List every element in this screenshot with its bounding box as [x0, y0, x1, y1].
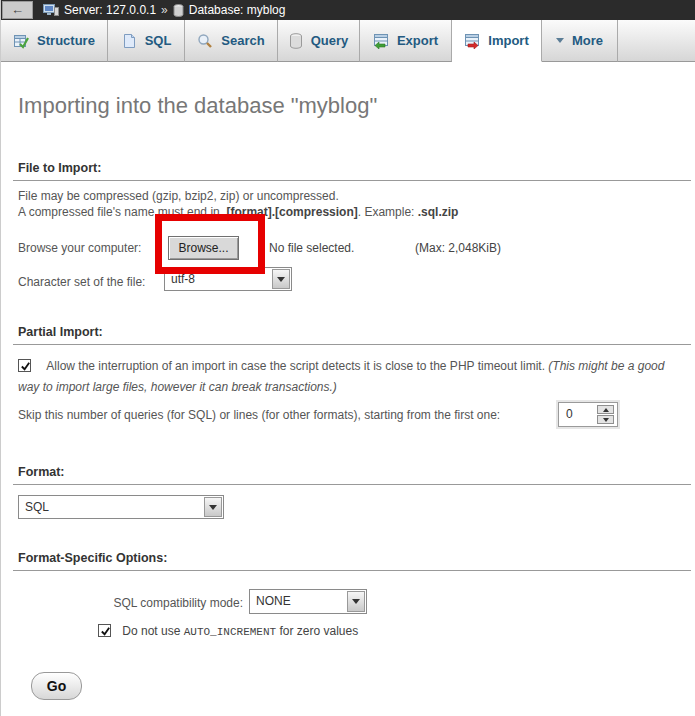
structure-icon — [13, 33, 29, 49]
max-size-text: (Max: 2,048KiB) — [415, 241, 501, 255]
section-heading-partial-import: Partial Import: — [13, 325, 691, 345]
tab-export[interactable]: Export — [360, 20, 452, 62]
import-icon — [464, 33, 480, 49]
skip-queries-input[interactable]: 0 — [558, 402, 618, 427]
tab-label: Export — [397, 33, 438, 48]
back-button[interactable]: ← — [2, 1, 33, 19]
query-icon — [289, 33, 303, 49]
tab-label: Import — [488, 33, 528, 48]
tab-query[interactable]: Query — [278, 20, 360, 62]
breadcrumb-database[interactable]: Database: myblog — [189, 3, 286, 17]
interrupt-label: Allow the interruption of an import in c… — [46, 359, 545, 373]
tab-label: Search — [221, 33, 264, 48]
sql-compat-select[interactable]: NONE — [249, 589, 367, 614]
tab-search[interactable]: Search — [185, 20, 278, 62]
charset-selected-value: utf-8 — [171, 272, 195, 286]
go-button[interactable]: Go — [31, 672, 82, 700]
spinner-up-button[interactable] — [597, 405, 614, 414]
section-heading-format: Format: — [13, 465, 691, 485]
autoinc-label-prefix: Do not use — [122, 624, 183, 638]
chevron-down-icon — [556, 38, 564, 43]
compression-info-text: File may be compressed (gzip, bzip2, zip… — [18, 189, 339, 203]
section-heading-format-options: Format-Specific Options: — [13, 551, 691, 571]
autoinc-label-suffix: for zero values — [276, 624, 358, 638]
breadcrumb-server[interactable]: Server: 127.0.0.1 — [64, 3, 156, 17]
import-page: ← Server: 127.0.0.1 » Database: myblog — [0, 0, 695, 716]
search-icon — [197, 33, 213, 49]
autoinc-checkbox[interactable] — [98, 624, 111, 637]
page-title: Importing into the database "myblog" — [18, 93, 377, 119]
tab-label: SQL — [145, 33, 172, 48]
tab-label: More — [572, 33, 603, 48]
format-select[interactable]: SQL — [18, 495, 224, 519]
skip-queries-label: Skip this number of queries (for SQL) or… — [18, 408, 500, 422]
breadcrumb-bar: ← Server: 127.0.0.1 » Database: myblog — [1, 0, 695, 20]
tab-structure[interactable]: Structure — [1, 20, 108, 62]
tab-import[interactable]: Import — [452, 20, 542, 62]
skip-queries-value: 0 — [566, 407, 573, 421]
charset-label: Character set of the file: — [18, 275, 145, 289]
select-arrow-icon[interactable] — [204, 497, 222, 517]
tab-strip: Structure SQL Search Query — [1, 20, 695, 62]
section-heading-file-to-import: File to Import: — [13, 161, 691, 181]
server-icon — [43, 3, 59, 17]
format-selected-value: SQL — [25, 500, 49, 514]
autoinc-option-row: Do not use AUTO_INCREMENT for zero value… — [98, 624, 358, 638]
select-arrow-icon[interactable] — [272, 269, 290, 289]
tab-sql[interactable]: SQL — [108, 20, 185, 62]
interrupt-checkbox[interactable] — [18, 359, 31, 372]
export-icon — [373, 33, 389, 49]
breadcrumb: Server: 127.0.0.1 » Database: myblog — [43, 3, 285, 17]
spinner-down-button[interactable] — [597, 415, 614, 424]
charset-select[interactable]: utf-8 — [164, 267, 292, 291]
sql-compat-selected-value: NONE — [256, 594, 291, 608]
browse-label: Browse your computer: — [18, 241, 141, 255]
sql-compat-label: SQL compatibility mode: — [98, 596, 243, 610]
tab-label: Query — [311, 33, 349, 48]
interrupt-option-row: Allow the interruption of an import in c… — [18, 356, 680, 398]
tab-label: Structure — [37, 33, 95, 48]
breadcrumb-separator: » — [161, 3, 168, 17]
no-file-selected-text: No file selected. — [269, 241, 354, 255]
tab-more[interactable]: More — [542, 20, 618, 62]
filename-rule-text: A compressed file's name must end in .[f… — [18, 205, 458, 219]
database-icon — [173, 4, 184, 17]
tab-strip-filler — [618, 20, 695, 62]
select-arrow-icon[interactable] — [347, 591, 365, 612]
autoinc-code: AUTO_INCREMENT — [184, 626, 276, 638]
sql-icon — [121, 33, 137, 49]
browse-button[interactable]: Browse... — [168, 236, 239, 260]
